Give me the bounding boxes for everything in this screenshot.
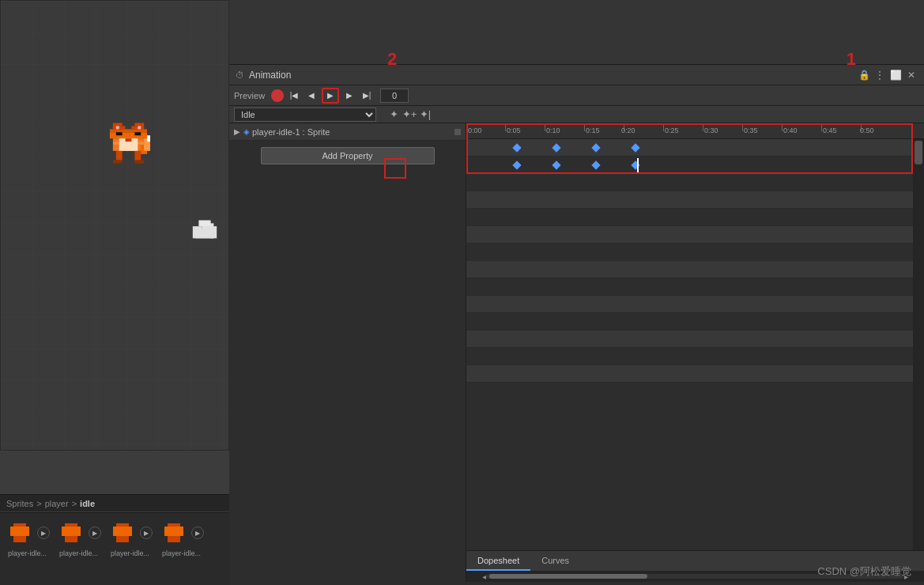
svg-rect-5 <box>110 129 147 132</box>
play-button-wrapper: ▶ <box>322 88 339 104</box>
asset-play-2[interactable]: ▶ <box>89 526 101 539</box>
asset-item-4[interactable]: ▶ player-idle... <box>159 518 204 557</box>
prev-start-button[interactable]: |◀ <box>287 89 301 103</box>
tick-25 <box>663 123 664 131</box>
top-area-right <box>229 0 924 65</box>
frame-input[interactable]: 0 <box>380 89 409 103</box>
close-icon[interactable]: ✕ <box>905 69 918 81</box>
svg-rect-41 <box>168 536 180 542</box>
svg-rect-1 <box>116 123 123 126</box>
ruler-25: 0:25 <box>665 126 679 134</box>
track-empty-5 <box>466 243 924 261</box>
asset-item-1[interactable]: ▶ player-idle... <box>5 518 50 557</box>
ruler-0: 0:00 <box>468 126 482 134</box>
ruler-20: 0:20 <box>621 126 635 134</box>
tab-curves[interactable]: Curves <box>530 551 580 571</box>
cloud <box>190 220 220 241</box>
keyframe-delete-icon[interactable]: ✦| <box>419 108 432 121</box>
svg-rect-35 <box>65 536 77 542</box>
vscrollbar <box>913 139 924 550</box>
svg-rect-31 <box>10 526 29 536</box>
asset-label-4: player-idle... <box>162 549 201 557</box>
tab-dopesheet[interactable]: Dopesheet <box>466 551 530 571</box>
clip-row: Idle ✦ ✦+ ✦| <box>229 106 924 123</box>
sprite-icon: ◈ <box>243 127 250 136</box>
tick-10 <box>545 123 545 131</box>
expand-icon[interactable]: ▶ <box>234 127 243 136</box>
tick-15 <box>584 123 585 131</box>
asset-row-3: ▶ <box>107 518 153 548</box>
keyframe-2-2[interactable] <box>552 160 560 169</box>
ruler-50: 0:50 <box>860 126 874 134</box>
svg-rect-15 <box>134 151 141 160</box>
asset-item-2[interactable]: ▶ player-idle... <box>56 518 101 557</box>
track-empty-3 <box>466 209 924 226</box>
breadcrumb: Sprites > player > idle <box>0 494 229 511</box>
file-assets: ▶ player-idle... ▶ player-idle... <box>0 513 229 562</box>
svg-rect-17 <box>134 160 144 164</box>
fox-character <box>107 123 150 172</box>
vscrollbar-thumb[interactable] <box>915 141 922 164</box>
track-empty-10 <box>466 330 924 348</box>
playhead-ruler <box>466 123 468 138</box>
clip-select[interactable]: Idle <box>234 108 376 122</box>
svg-rect-28 <box>211 226 217 238</box>
record-button[interactable] <box>271 89 284 102</box>
asset-icon-2 <box>56 518 86 548</box>
keyframe-add-icon[interactable]: ✦+ <box>403 108 416 121</box>
track-empty-7 <box>466 278 924 296</box>
track-empty-8 <box>466 296 924 313</box>
track-empty-1 <box>466 174 924 191</box>
asset-row-2: ▶ <box>56 518 101 548</box>
track-empty-9 <box>466 313 924 330</box>
keyframe-1-1[interactable] <box>512 143 521 152</box>
ruler-10: 0:10 <box>546 126 560 134</box>
play-button[interactable]: ▶ <box>322 88 339 104</box>
svg-rect-14 <box>116 151 123 160</box>
add-property-button[interactable]: Add Property <box>261 147 435 164</box>
svg-rect-16 <box>113 160 123 164</box>
bottom-panel: ▶ player-idle... ▶ player-idle... <box>0 512 229 585</box>
preview-toolbar: Preview |◀ ◀ ▶ ▶ ▶| 0 <box>229 85 924 106</box>
step-back-button[interactable]: ◀ <box>304 89 319 103</box>
tick-5 <box>505 123 506 131</box>
asset-play-4[interactable]: ▶ <box>191 526 204 539</box>
maximize-icon[interactable]: ⬜ <box>889 69 902 81</box>
preview-label: Preview <box>234 91 265 100</box>
ruler-5: 0:05 <box>507 126 521 134</box>
step-forward-button[interactable]: ▶ <box>342 89 356 103</box>
next-end-button[interactable]: ▶| <box>360 89 374 103</box>
anim-body: ▶ ◈ player-idle-1 : Sprite Add Property … <box>229 123 924 582</box>
asset-play-3[interactable]: ▶ <box>140 526 153 539</box>
keyframe-icon[interactable]: ✦ <box>387 108 400 121</box>
svg-rect-2 <box>134 123 141 126</box>
tick-40 <box>782 123 783 131</box>
asset-label-2: player-idle... <box>59 549 98 557</box>
asset-item-3[interactable]: ▶ player-idle... <box>107 518 153 557</box>
ruler-15: 0:15 <box>586 126 600 134</box>
timeline-tracks <box>466 139 924 550</box>
svg-rect-38 <box>116 536 129 542</box>
highlight-label-1: 1 <box>847 49 856 70</box>
svg-rect-12 <box>134 132 141 135</box>
property-dot[interactable] <box>454 129 461 135</box>
svg-rect-11 <box>116 132 123 135</box>
asset-row-4: ▶ <box>159 518 204 548</box>
asset-icon-3 <box>107 518 138 548</box>
animation-title: Animation <box>249 70 291 81</box>
sep1: > <box>36 499 41 508</box>
keyframe-1-2[interactable] <box>552 143 560 152</box>
keyframe-1-3[interactable] <box>591 143 600 152</box>
scrollbar-thumb[interactable] <box>489 574 647 579</box>
lock-icon[interactable]: 🔒 <box>858 69 870 81</box>
svg-rect-32 <box>13 536 26 542</box>
keyframe-1-4[interactable] <box>631 143 639 152</box>
property-row: ▶ ◈ player-idle-1 : Sprite <box>229 123 466 141</box>
keyframe-2-1[interactable] <box>512 160 521 169</box>
track-empty-11 <box>466 348 924 365</box>
anim-header-icons: 🔒 ⋮ ⬜ ✕ <box>858 69 918 81</box>
property-name: player-idle-1 : Sprite <box>252 127 454 137</box>
asset-play-1[interactable]: ▶ <box>37 526 50 539</box>
menu-icon[interactable]: ⋮ <box>873 69 886 81</box>
keyframe-2-3[interactable] <box>591 160 600 169</box>
